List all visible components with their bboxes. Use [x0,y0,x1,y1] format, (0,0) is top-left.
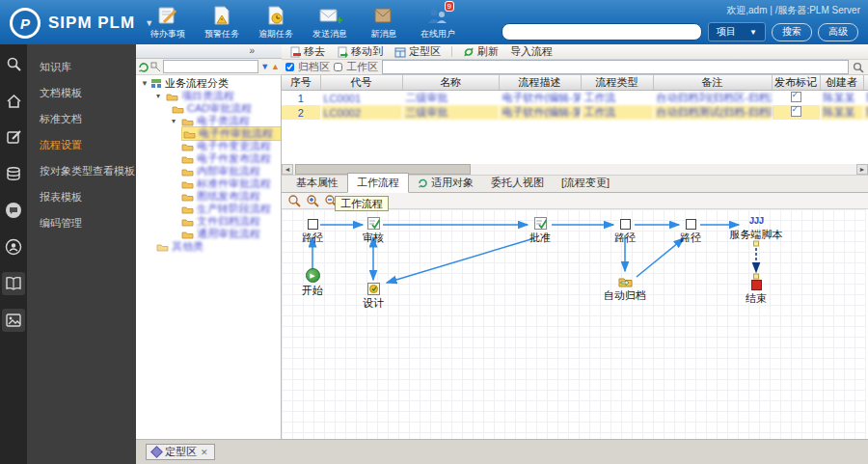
nav-online-users[interactable]: 9 在线用户 [411,5,465,41]
folder-icon [156,242,169,252]
tree-item-selected[interactable]: 电子件审批流程 [136,127,281,140]
app-logo[interactable]: P SIPM PLM ▼ [10,8,153,39]
import-process-label: 导入流程 [510,44,553,59]
cell-desc-redacted: 电子软件(编辑-第二) [499,91,581,106]
menu-item-knowledge-base[interactable]: 知识库 [27,54,136,80]
flow-node-server-script[interactable]: JJJ 服务端脚本 [727,216,785,242]
global-search-input[interactable] [502,23,702,41]
chat-icon[interactable] [2,199,25,222]
tab-delegate-view[interactable]: 委托人视图 [482,174,553,192]
flow-node-path[interactable]: 路径 [596,219,654,245]
search-scope-dropdown[interactable]: 项目 ▼ [708,22,766,41]
explore-search-icon[interactable] [2,52,25,75]
remove-button[interactable]: 移去 [285,44,329,59]
tree-item[interactable]: 电子件发布流程 [136,152,281,165]
col-type[interactable]: 流程类型 [581,75,653,91]
workflow-canvas[interactable]: 路径 ▶ 开始 审核 设计 批准 路径 自动归档 路径 [282,209,866,439]
zoom-in-icon[interactable] [306,194,319,207]
scroll-right-icon[interactable]: ► [856,164,868,175]
flow-node-path[interactable]: 路径 [662,219,719,245]
flow-node-end[interactable]: 结束 [727,280,785,306]
nav-warning-tasks[interactable]: 预警任务 [195,5,249,41]
menu-item-code-management[interactable]: 编码管理 [27,210,136,236]
online-users-badge: 9 [445,1,454,12]
finalize-area-button[interactable]: 定型区 [391,44,445,59]
tree-item[interactable]: 通用审批流程 [136,228,281,240]
col-seq[interactable]: 序号 [282,75,320,91]
workspace-checkbox[interactable] [334,63,342,71]
col-code[interactable]: 代号 [320,75,402,91]
nav-overdue-tasks[interactable]: 逾期任务 [249,5,303,41]
menu-item-doc-templates[interactable]: 文档模板 [27,80,136,106]
find-next-icon[interactable]: ▼ [260,62,269,71]
node-label: 路径 [302,231,323,245]
home-icon[interactable] [2,89,25,112]
tree-refresh-icon[interactable] [138,62,149,72]
tree-item[interactable]: 文件归档流程 [136,215,281,228]
table-header-row: 序号 代号 名称 流程描述 流程类型 备注 发布标记 创建者 修改者 [282,75,868,91]
tree-item[interactable]: ▾ 项目类流程 [136,90,281,102]
close-icon[interactable]: ✕ [201,448,208,457]
tree-item[interactable]: 生产转阶段流程 [136,203,281,215]
zoom-reset-icon[interactable] [287,194,301,207]
tab-process-change[interactable]: [流程变更] [553,174,618,192]
media-icon[interactable] [2,309,25,332]
tree-item[interactable]: 内部审批流程 [136,165,281,177]
flow-node-design[interactable]: 设计 [344,283,402,311]
table-row-selected[interactable]: 2 LC0002 三级审批 电子软件(编辑-第三) 工作流 自动归档测试(归档-… [282,105,868,120]
nav-send-message[interactable]: 发送消息 [303,5,357,41]
move-to-button[interactable]: 移动到 [333,44,387,59]
col-remark[interactable]: 备注 [653,75,772,91]
broadcast-user-icon[interactable] [2,235,25,259]
advanced-search-button[interactable]: 高级 [818,23,858,41]
book-icon[interactable] [2,272,25,295]
menu-item-report-templates[interactable]: 报表模板 [27,184,136,210]
tree-filter-input[interactable] [163,60,258,73]
expand-icon[interactable]: ▼ [141,77,148,90]
list-filter-input[interactable] [382,60,849,74]
tree-root[interactable]: ▼ 业务流程分类 [136,77,281,90]
flow-node-start[interactable]: ▶ 开始 [284,268,341,298]
logo-icon: P [10,8,41,39]
col-modifier[interactable]: 修改者 [863,75,868,91]
table-row[interactable]: 1 LC0001 二级审批 电子软件(编辑-第二) 工作流 自动归档到(归档区-… [282,91,868,106]
import-process-button[interactable]: 导入流程 [506,44,556,59]
flow-node-review[interactable]: 审核 [344,217,402,245]
search-button[interactable]: 搜索 [772,23,812,41]
refresh-button[interactable]: 刷新 [459,44,502,59]
find-prev-icon[interactable]: ▲ [271,62,280,71]
col-desc[interactable]: 流程描述 [499,75,581,91]
nav-todo[interactable]: 待办事项 [141,5,195,41]
folder-icon [181,217,194,227]
col-creator[interactable]: 创建者 [820,75,863,91]
tab-workflow[interactable]: 工作流程 [347,173,409,193]
process-tree-panel: » ▼ ▲ ▼ 业务流程分类 ▾ 项目类流程 CAD审批流程 [136,44,282,439]
menu-item-process-settings[interactable]: 流程设置 [27,132,136,158]
tab-label: 工作流程 [357,176,399,190]
tree-item[interactable]: 标准件审批流程 [136,177,281,190]
tab-basic-props[interactable]: 基本属性 [287,174,347,192]
compose-edit-icon[interactable] [2,125,25,149]
tab-applicable-objects[interactable]: 适用对象 [409,174,482,192]
menu-item-standard-docs[interactable]: 标准文档 [27,106,136,132]
archive-area-checkbox[interactable] [285,63,294,71]
col-flag[interactable]: 发布标记 [772,75,820,91]
tree-item[interactable]: CAD审批流程 [136,102,281,115]
expand-icon[interactable]: ▾ [156,90,163,102]
col-name[interactable]: 名称 [402,75,499,91]
folder-icon [183,129,196,139]
tree-item[interactable]: 电子件变更流程 [136,140,281,152]
tree-item[interactable]: 其他类 [136,240,281,253]
collapse-panel-icon[interactable]: » [249,45,255,56]
database-icon[interactable] [2,162,25,185]
menu-item-templates-by-type[interactable]: 按对象类型查看模板 [27,158,136,184]
flow-node-path[interactable]: 路径 [284,219,341,245]
list-search-icon[interactable] [853,62,864,73]
tree-item[interactable]: 图纸发布流程 [136,190,281,203]
tree-collapse-all-icon[interactable] [150,62,161,72]
expand-icon[interactable]: ▾ [172,115,178,127]
flow-node-auto-archive[interactable]: 自动归档 [596,276,654,303]
nav-new-message[interactable]: 新消息 [357,5,411,41]
flow-node-approve[interactable]: 批准 [511,217,569,245]
finalize-area-dock-tab[interactable]: 定型区 ✕ [146,444,215,460]
